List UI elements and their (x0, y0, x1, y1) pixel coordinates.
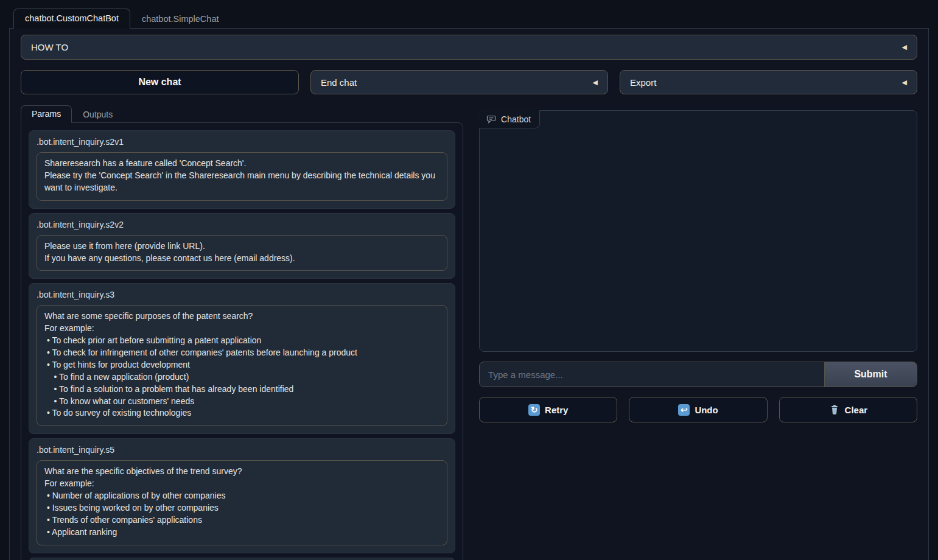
accordion-collapse-icon: ◀ (593, 79, 598, 86)
export-accordion-label: Export (630, 77, 656, 88)
undo-button[interactable]: ↩ Undo (629, 397, 767, 422)
clear-button-label: Clear (845, 405, 868, 415)
export-accordion[interactable]: Export ◀ (620, 70, 917, 94)
chat-button-row: ↻ Retry ↩ Undo (479, 397, 917, 422)
app-root: chatbot.CustomChatBot chatbot.SimpleChat… (0, 0, 938, 560)
message-bar: Submit (479, 362, 917, 387)
param-textarea[interactable]: Please use it from here (provide link UR… (37, 235, 447, 271)
tab-custom-chatbot[interactable]: chatbot.CustomChatBot (13, 9, 130, 29)
window-tabbar: chatbot.CustomChatBot chatbot.SimpleChat (9, 9, 929, 29)
params-column: Params Outputs .bot.intent_inquiry.s2v1 … (21, 105, 463, 560)
message-input[interactable] (480, 362, 824, 387)
new-chat-button[interactable]: New chat (21, 70, 299, 94)
retry-button-label: Retry (545, 405, 568, 415)
param-label: .bot.intent_inquiry.s2v1 (37, 137, 447, 147)
tab-simple-chat[interactable]: chatbot.SimpleChat (130, 9, 231, 29)
chatbot-panel[interactable]: Chatbot (479, 110, 917, 352)
chatbot-panel-label-text: Chatbot (501, 114, 531, 124)
accordion-collapse-icon: ◀ (902, 44, 907, 51)
tab-outputs[interactable]: Outputs (72, 106, 124, 123)
param-textarea[interactable]: Shareresearch has a feature called 'Conc… (37, 152, 447, 201)
param-label: .bot.intent_inquiry.s2v2 (37, 220, 447, 229)
accordion-collapse-icon: ◀ (902, 79, 907, 86)
tab-params[interactable]: Params (21, 105, 72, 123)
chatbot-column: Chatbot Submit ↻ Retry ↩ Undo (479, 110, 917, 422)
param-label: .bot.intent_inquiry.s3 (37, 290, 447, 299)
param-group: .bot.intent_inquiry.s5 What are the spec… (29, 438, 455, 553)
param-textarea[interactable]: What are the specific objectives of the … (37, 460, 447, 545)
retry-button[interactable]: ↻ Retry (479, 397, 617, 422)
end-chat-accordion-label: End chat (321, 77, 357, 88)
chat-bubble-icon (486, 114, 496, 124)
param-group: .bot.intent_inquiry.s2v1 Shareresearch h… (29, 130, 455, 209)
chatbot-panel-label: Chatbot (479, 110, 540, 128)
undo-icon: ↩ (678, 404, 690, 416)
main-area: Params Outputs .bot.intent_inquiry.s2v1 … (21, 105, 917, 560)
how-to-accordion[interactable]: HOW TO ◀ (21, 35, 917, 60)
end-chat-accordion[interactable]: End chat ◀ (310, 70, 608, 94)
param-group: .bot.intent_inquiry.s3 What are some spe… (29, 283, 455, 434)
action-row: New chat End chat ◀ Export ◀ (21, 70, 917, 94)
custom-chatbot-tab-content: HOW TO ◀ New chat End chat ◀ Export ◀ Pa… (9, 29, 929, 560)
param-group: .bot.intent_inquiry.s9 (29, 558, 455, 560)
params-tabbar: Params Outputs (21, 105, 463, 122)
undo-button-label: Undo (695, 405, 718, 415)
param-label: .bot.intent_inquiry.s5 (37, 445, 447, 455)
how-to-accordion-label: HOW TO (31, 42, 68, 52)
retry-icon: ↻ (528, 404, 540, 416)
params-fields: .bot.intent_inquiry.s2v1 Shareresearch h… (21, 122, 463, 560)
clear-button[interactable]: Clear (779, 397, 917, 422)
submit-button[interactable]: Submit (824, 362, 917, 387)
param-group: .bot.intent_inquiry.s2v2 Please use it f… (29, 213, 455, 279)
trash-icon (829, 404, 840, 415)
param-textarea[interactable]: What are some specific purposes of the p… (37, 305, 447, 426)
